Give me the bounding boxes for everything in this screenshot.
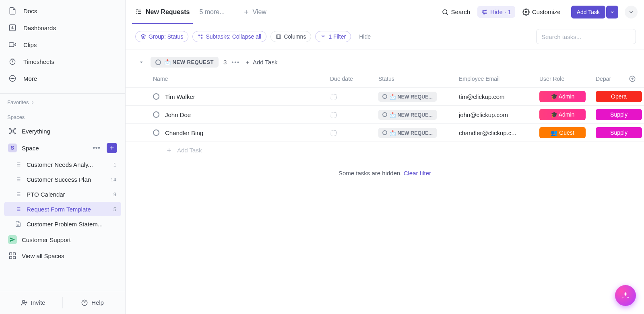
timesheets-icon [8, 57, 17, 66]
table-row[interactable]: Chandler Bing📩 NEW REQUE...chandler@clic… [126, 124, 644, 142]
add-column-button[interactable] [629, 75, 636, 82]
content: 📩 NEW REQUEST 3 ••• Add Task Name Due da… [126, 49, 644, 314]
calendar-icon[interactable] [330, 93, 374, 100]
help-button[interactable]: Help [63, 295, 122, 310]
cell-status[interactable]: 📩 NEW REQUE... [378, 128, 437, 138]
group-add-task[interactable]: Add Task [245, 59, 277, 66]
svg-point-5 [12, 78, 13, 79]
col-email[interactable]: Employee Email [456, 76, 537, 82]
filter-hide[interactable]: Hide [359, 33, 371, 40]
dept-badge[interactable]: Supply [596, 127, 642, 138]
cell-email[interactable]: tim@clickup.com [456, 93, 537, 100]
nav-customer-support[interactable]: Customer Support [4, 232, 121, 247]
tab-add-view[interactable]: View [240, 0, 270, 24]
nav-everything[interactable]: Everything [4, 123, 121, 139]
nav-dashboards[interactable]: Dashboards [4, 19, 121, 36]
space-more-button[interactable]: ••• [91, 144, 102, 152]
col-dept[interactable]: Depar [593, 76, 644, 82]
calendar-icon[interactable] [330, 111, 374, 118]
nav-label: Clips [23, 41, 37, 48]
add-task-row[interactable]: Add Task [126, 142, 644, 154]
paper-plane-icon [8, 235, 17, 244]
status-toggle[interactable] [153, 129, 159, 136]
nav-more[interactable]: More [4, 70, 121, 87]
svg-rect-13 [13, 253, 16, 255]
svg-point-18 [443, 10, 447, 14]
cell-email[interactable]: chandler@clickup.c... [456, 129, 537, 136]
toolbar-search[interactable]: Search [438, 6, 475, 18]
gear-icon [522, 8, 530, 16]
invite-button[interactable]: Invite [3, 295, 62, 310]
chevron-right-icon [30, 100, 35, 105]
spaces-header: Spaces [0, 112, 125, 123]
col-name[interactable]: Name [151, 76, 328, 82]
list-item[interactable]: Customer Problem Statem... [4, 217, 121, 231]
nav-view-all-spaces[interactable]: View all Spaces [4, 248, 121, 263]
calendar-icon[interactable] [330, 129, 374, 136]
list-icon [14, 176, 22, 183]
list-label: Customer Needs Analy... [27, 161, 109, 168]
svg-point-8 [10, 128, 11, 129]
nav-label: Docs [23, 8, 37, 14]
list-item[interactable]: PTO Calendar9 [4, 187, 121, 201]
chip-filter[interactable]: 1 Filter [315, 31, 351, 42]
add-task-dropdown[interactable] [606, 6, 618, 18]
status-toggle[interactable] [153, 111, 159, 118]
col-due[interactable]: Due date [328, 76, 376, 82]
table-row[interactable]: Tim Walker📩 NEW REQUE...tim@clickup.com🎓… [126, 88, 644, 106]
filter-icon [320, 34, 326, 39]
fab-ai-button[interactable] [615, 285, 636, 306]
space-add-button[interactable]: + [107, 143, 117, 153]
search-icon [442, 8, 449, 16]
favorites-header[interactable]: Favorites [0, 97, 125, 108]
toolbar-overflow[interactable] [625, 6, 638, 18]
layers-icon [140, 34, 146, 39]
role-badge[interactable]: 👥 Guest [539, 127, 586, 138]
task-name: John Doe [165, 111, 191, 118]
search-tasks-input[interactable] [536, 29, 636, 44]
list-label: Request Form Template [27, 206, 109, 213]
nav-timesheets[interactable]: Timesheets [4, 53, 121, 70]
list-count: 5 [114, 206, 117, 212]
list-item[interactable]: Request Form Template5 [4, 202, 121, 216]
cell-status[interactable]: 📩 NEW REQUE... [378, 92, 437, 102]
group-status-pill[interactable]: 📩 NEW REQUEST [151, 57, 219, 68]
list-count: 14 [111, 176, 117, 183]
dept-badge[interactable]: Opera [596, 91, 642, 102]
space-row[interactable]: S Space ••• + [4, 140, 121, 156]
list-count: 1 [114, 162, 117, 168]
clear-filter-link[interactable]: Clear filter [404, 170, 431, 176]
cell-status[interactable]: 📩 NEW REQUE... [378, 110, 437, 120]
list-label: PTO Calendar [27, 191, 109, 198]
svg-point-9 [14, 128, 15, 129]
toolbar-customize[interactable]: Customize [518, 6, 565, 18]
task-name: Chandler Bing [165, 129, 203, 136]
nav-clips[interactable]: Clips [4, 36, 121, 53]
sliders-icon [481, 9, 488, 15]
add-task-button[interactable]: Add Task [571, 6, 605, 18]
svg-point-10 [10, 133, 11, 134]
tab-more[interactable]: 5 more... [196, 0, 228, 24]
list-count: 9 [114, 191, 117, 197]
role-badge[interactable]: 🎓 Admin [539, 109, 586, 120]
space-name: Space [22, 145, 86, 152]
group-more[interactable]: ••• [231, 59, 240, 66]
list-item[interactable]: Customer Success Plan14 [4, 172, 121, 187]
chip-columns[interactable]: Columns [270, 31, 311, 42]
table-row[interactable]: John Doe📩 NEW REQUE...john@clickup.com🎓 … [126, 106, 644, 124]
nav-label: More [23, 75, 37, 82]
status-toggle[interactable] [153, 93, 159, 100]
list-label: Customer Success Plan [27, 176, 106, 183]
list-item[interactable]: Customer Needs Analy...1 [4, 157, 121, 172]
chip-group[interactable]: Group: Status [135, 31, 188, 42]
tab-new-requests[interactable]: New Requests [132, 0, 193, 24]
col-status[interactable]: Status [376, 76, 456, 82]
chip-subtasks[interactable]: Subtasks: Collapse all [192, 31, 266, 42]
dept-badge[interactable]: Supply [596, 109, 642, 120]
toolbar-hide[interactable]: Hide · 1 [477, 6, 515, 18]
role-badge[interactable]: 🎓 Admin [539, 91, 586, 102]
nav-docs[interactable]: Docs [4, 2, 121, 19]
col-role[interactable]: User Role [537, 76, 593, 82]
cell-email[interactable]: john@clickup.com [456, 111, 537, 118]
group-collapse[interactable] [138, 60, 146, 65]
